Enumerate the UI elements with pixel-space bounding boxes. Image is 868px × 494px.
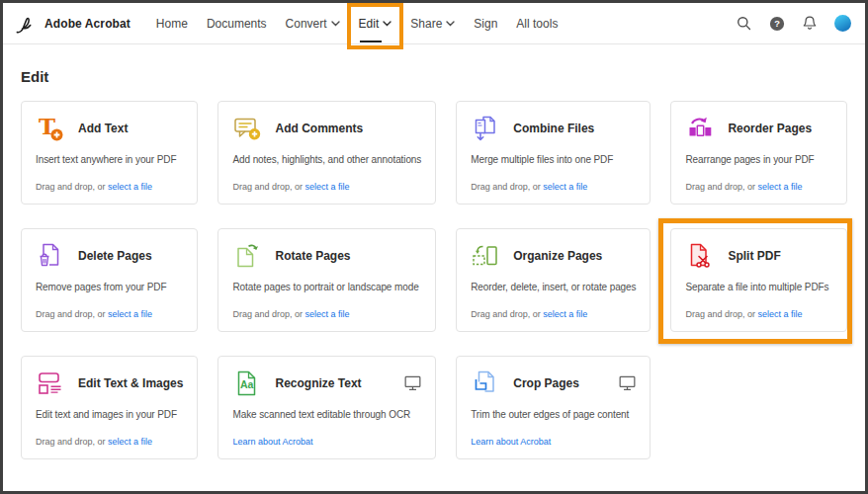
card-reorder-pages[interactable]: Reorder Pages Rearrange pages in your PD… (670, 101, 847, 205)
select-a-file-link[interactable]: select a file (758, 182, 803, 192)
nav-utility-icons: ? (736, 15, 851, 32)
reorder-pages-icon (685, 114, 715, 143)
card-description: Rearrange pages in your PDF (685, 154, 832, 165)
chevron-down-icon (331, 21, 340, 27)
split-pdf-icon (685, 241, 715, 271)
card-footer: Drag and drop, or select a file (232, 309, 421, 319)
top-navigation-bar: Adobe Acrobat Home Documents Convert Edi… (3, 3, 865, 44)
search-icon[interactable] (736, 15, 752, 32)
chevron-down-icon (446, 21, 455, 27)
tool-card-grid: T Add Text Insert text anywhere in your … (21, 101, 847, 459)
card-footer: Drag and drop, or select a file (36, 437, 183, 447)
card-split-pdf[interactable]: Split PDF Separate a file into multiple … (670, 228, 847, 332)
card-description: Rotate pages to portrait or landscape mo… (232, 282, 421, 292)
card-footer: Drag and drop, or select a file (232, 182, 421, 192)
select-a-file-link[interactable]: select a file (108, 309, 152, 319)
card-title: Crop Pages (513, 376, 579, 390)
adobe-acrobat-brand[interactable]: Adobe Acrobat (15, 14, 130, 34)
card-organize-pages[interactable]: Organize Pages Reorder, delete, insert, … (456, 228, 651, 332)
recognize-text-icon: Aa (232, 369, 262, 398)
select-a-file-link[interactable]: select a file (108, 437, 152, 447)
card-footer: Drag and drop, or select a file (685, 309, 832, 319)
card-title: Combine Files (513, 122, 594, 135)
svg-text:Aa: Aa (240, 378, 254, 390)
card-footer: Drag and drop, or select a file (471, 309, 636, 319)
card-footer: Learn about Acrobat (471, 437, 636, 447)
edit-text-images-icon (36, 369, 65, 398)
card-title: Reorder Pages (728, 122, 812, 135)
card-combine-files[interactable]: Combine Files Merge multiple files into … (456, 101, 651, 205)
nav-item-documents[interactable]: Documents (207, 14, 267, 34)
select-a-file-link[interactable]: select a file (305, 309, 350, 319)
add-comments-icon (232, 114, 262, 143)
card-description: Reorder, delete, insert, or rotate pages (471, 282, 636, 292)
select-a-file-link[interactable]: select a file (543, 182, 587, 192)
card-footer: Drag and drop, or select a file (36, 309, 183, 319)
nav-item-home[interactable]: Home (156, 14, 188, 34)
card-description: Separate a file into multiple PDFs (685, 282, 832, 292)
account-avatar[interactable] (834, 15, 851, 32)
card-title: Add Comments (275, 122, 363, 135)
select-a-file-link[interactable]: select a file (543, 309, 587, 319)
nav-item-sign[interactable]: Sign (474, 14, 497, 34)
rotate-pages-icon (232, 241, 262, 271)
card-description: Trim the outer edges of page content (471, 409, 636, 420)
chevron-down-icon (383, 21, 391, 27)
card-title: Add Text (78, 122, 128, 135)
empty-grid-cell (670, 356, 847, 459)
crop-pages-icon (471, 369, 500, 398)
card-footer: Drag and drop, or select a file (685, 182, 832, 192)
notifications-bell-icon[interactable] (802, 15, 818, 32)
page-title: Edit (21, 68, 847, 85)
card-crop-pages[interactable]: Crop Pages Trim the outer edges of page … (456, 356, 651, 459)
help-icon[interactable]: ? (769, 16, 785, 32)
card-add-comments[interactable]: Add Comments Add notes, highlights, and … (217, 101, 436, 205)
card-rotate-pages[interactable]: Rotate Pages Rotate pages to portrait or… (217, 228, 436, 332)
add-text-icon: T (36, 114, 65, 143)
nav-item-all-tools[interactable]: All tools (516, 14, 558, 34)
brand-name: Adobe Acrobat (44, 17, 130, 31)
card-recognize-text[interactable]: Aa Recognize Text Make scanned text edit… (217, 356, 436, 459)
acrobat-web-window: Adobe Acrobat Home Documents Convert Edi… (0, 0, 868, 494)
card-title: Organize Pages (513, 249, 602, 263)
learn-about-acrobat-link[interactable]: Learn about Acrobat (471, 437, 551, 447)
card-description: Merge multiple files into one PDF (471, 154, 636, 165)
card-add-text[interactable]: T Add Text Insert text anywhere in your … (21, 101, 198, 205)
card-footer: Drag and drop, or select a file (471, 182, 636, 192)
organize-pages-icon (471, 241, 500, 271)
delete-pages-icon (36, 241, 65, 271)
card-description: Edit text and images in your PDF (36, 409, 183, 420)
card-footer: Drag and drop, or select a file (36, 182, 183, 192)
card-title: Edit Text & Images (78, 376, 183, 390)
nav-item-edit[interactable]: Edit (359, 14, 392, 34)
combine-files-icon (471, 114, 500, 143)
card-title: Split PDF (728, 249, 780, 263)
desktop-only-monitor-icon (619, 375, 636, 391)
card-description: Remove pages from your PDF (36, 282, 183, 292)
select-a-file-link[interactable]: select a file (108, 182, 152, 192)
card-footer: Learn about Acrobat (232, 437, 421, 447)
select-a-file-link[interactable]: select a file (758, 309, 803, 319)
desktop-only-monitor-icon (404, 375, 421, 391)
edit-tools-page: Edit T Add Text Insert text anywhere in … (3, 44, 865, 459)
nav-menu: Home Documents Convert Edit Share (156, 14, 559, 34)
active-tab-underline (360, 41, 382, 42)
svg-text:?: ? (774, 19, 780, 29)
card-description: Add notes, highlights, and other annotat… (232, 154, 421, 165)
card-title: Recognize Text (275, 376, 361, 390)
select-a-file-link[interactable]: select a file (305, 182, 350, 192)
card-delete-pages[interactable]: Delete Pages Remove pages from your PDF … (21, 228, 198, 332)
nav-item-share[interactable]: Share (410, 14, 455, 34)
card-description: Make scanned text editable through OCR (232, 409, 421, 420)
card-title: Rotate Pages (275, 249, 350, 263)
card-title: Delete Pages (78, 249, 152, 263)
acrobat-logo-icon (15, 14, 37, 34)
card-edit-text-images[interactable]: Edit Text & Images Edit text and images … (21, 356, 198, 459)
learn-about-acrobat-link[interactable]: Learn about Acrobat (232, 437, 312, 447)
card-description: Insert text anywhere in your PDF (36, 154, 183, 165)
nav-item-convert[interactable]: Convert (286, 14, 340, 34)
